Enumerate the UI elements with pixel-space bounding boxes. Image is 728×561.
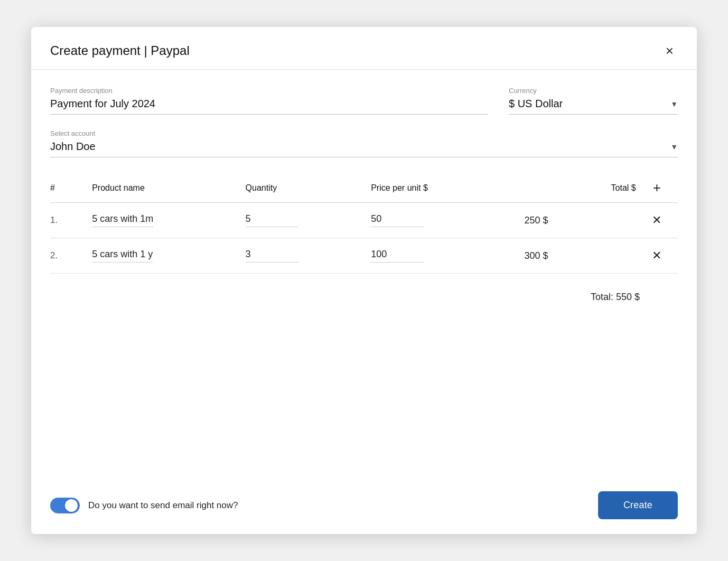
payment-description-label: Payment description <box>50 87 488 95</box>
remove-item-button[interactable]: ✕ <box>636 213 678 227</box>
row-price[interactable]: 100 <box>371 238 524 274</box>
total-value: 250 $ <box>525 215 548 226</box>
payment-description-value[interactable]: Payment for July 2024 <box>50 98 488 115</box>
quantity-field[interactable]: 5 <box>246 213 298 227</box>
modal-body: Payment description Payment for July 202… <box>31 70 697 479</box>
email-toggle-group: Do you want to send email right now? <box>50 498 238 513</box>
payment-description-group: Payment description Payment for July 202… <box>50 87 488 115</box>
account-value: John Doe <box>50 141 96 153</box>
row-total: 300 $ <box>525 238 636 274</box>
currency-group: Currency $ US Dollar ▼ <box>509 87 678 115</box>
select-account-label: Select account <box>50 129 678 137</box>
account-dropdown-icon: ▼ <box>670 143 678 151</box>
modal-header: Create payment | Paypal × <box>31 27 697 69</box>
email-toggle-label: Do you want to send email right now? <box>88 500 238 511</box>
row-price[interactable]: 50 <box>371 203 524 238</box>
close-button[interactable]: × <box>661 42 678 60</box>
description-currency-row: Payment description Payment for July 202… <box>50 87 678 115</box>
col-header-price: Price per unit $ <box>371 174 524 203</box>
currency-label: Currency <box>509 87 678 95</box>
remove-item-button[interactable]: ✕ <box>636 249 678 263</box>
col-header-total: Total $ <box>525 174 636 203</box>
create-button[interactable]: Create <box>598 491 678 519</box>
currency-dropdown-icon: ▼ <box>670 100 678 108</box>
toggle-slider <box>50 498 80 513</box>
email-toggle[interactable] <box>50 498 80 513</box>
add-item-button[interactable]: + <box>649 180 665 196</box>
add-item-header[interactable]: + <box>636 174 678 203</box>
create-payment-modal: Create payment | Paypal × Payment descri… <box>31 27 697 534</box>
row-index: 1. <box>50 203 92 238</box>
total-value: 300 $ <box>525 250 548 261</box>
table-row: 1. 5 cars with 1m 5 50 250 $ ✕ <box>50 203 678 238</box>
col-header-hash: # <box>50 174 92 203</box>
currency-value: $ US Dollar <box>509 98 563 110</box>
col-header-qty: Quantity <box>246 174 371 203</box>
product-name-field[interactable]: 5 cars with 1 y <box>92 249 153 263</box>
row-index: 2. <box>50 238 92 274</box>
account-row: Select account John Doe ▼ <box>50 129 678 157</box>
row-qty[interactable]: 5 <box>246 203 371 238</box>
row-name[interactable]: 5 cars with 1m <box>92 203 245 238</box>
account-select[interactable]: John Doe ▼ <box>50 141 678 157</box>
modal-title: Create payment | Paypal <box>50 43 190 58</box>
items-table: # Product name Quantity Price per unit $… <box>50 174 678 274</box>
col-header-name: Product name <box>92 174 245 203</box>
row-action[interactable]: ✕ <box>636 238 678 274</box>
grand-total-label: Total: 550 $ <box>591 292 640 303</box>
price-field[interactable]: 100 <box>371 249 424 263</box>
grand-total-row: Total: 550 $ <box>50 282 678 312</box>
row-action[interactable]: ✕ <box>636 203 678 238</box>
table-row: 2. 5 cars with 1 y 3 100 300 $ ✕ <box>50 238 678 274</box>
product-name-field[interactable]: 5 cars with 1m <box>92 213 153 227</box>
row-total: 250 $ <box>525 203 636 238</box>
row-name[interactable]: 5 cars with 1 y <box>92 238 245 274</box>
price-field[interactable]: 50 <box>371 213 424 227</box>
modal-footer: Do you want to send email right now? Cre… <box>31 479 697 534</box>
table-header-row: # Product name Quantity Price per unit $… <box>50 174 678 203</box>
currency-select[interactable]: $ US Dollar ▼ <box>509 98 678 115</box>
quantity-field[interactable]: 3 <box>246 249 298 263</box>
row-qty[interactable]: 3 <box>246 238 371 274</box>
